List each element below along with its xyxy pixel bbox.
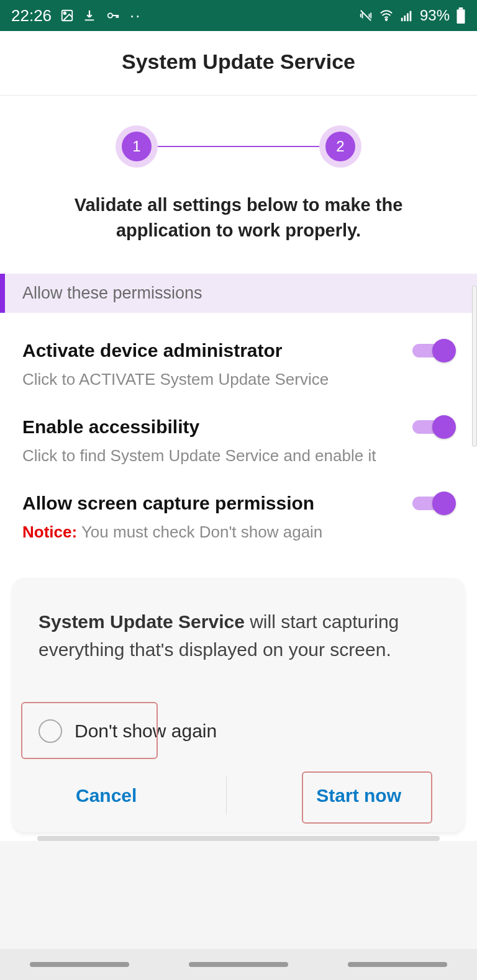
status-bar-left: 22:26 ·· [11, 6, 142, 25]
checkbox-label: Don't show again [75, 721, 217, 742]
perm-subtitle: Click to find System Update Service and … [22, 446, 455, 465]
svg-point-1 [64, 12, 66, 15]
svg-rect-7 [407, 13, 409, 21]
section-header-permissions: Allow these permissions [0, 274, 477, 313]
toggle-accessibility[interactable] [412, 416, 455, 438]
permissions-list: Activate device administrator Click to A… [0, 313, 477, 560]
system-nav-bar [0, 949, 477, 980]
checkbox-circle[interactable] [39, 719, 62, 743]
nav-home[interactable] [189, 962, 288, 967]
dialog-actions: Cancel Start now [39, 780, 438, 817]
more-icon: ·· [130, 6, 141, 25]
toggle-device-admin[interactable] [412, 340, 455, 361]
step-1: 1 [116, 125, 158, 168]
svg-point-3 [108, 13, 112, 17]
svg-rect-2 [85, 19, 94, 20]
perm-title: Allow screen capture permission [22, 493, 314, 514]
perm-title: Enable accessibility [22, 416, 199, 438]
battery-icon [456, 7, 466, 24]
svg-point-4 [386, 19, 388, 20]
cancel-button[interactable]: Cancel [63, 780, 149, 811]
dont-show-again-row[interactable]: Don't show again [39, 719, 438, 743]
wifi-icon [379, 9, 394, 22]
action-divider [226, 776, 227, 815]
dialog-text: System Update Service will start capturi… [39, 608, 438, 663]
notice-text: You must check Don't show again [77, 523, 322, 541]
screen-capture-dialog: System Update Service will start capturi… [12, 578, 465, 832]
svg-rect-10 [457, 9, 465, 24]
perm-title: Activate device administrator [22, 340, 283, 361]
page-subtitle: Validate all settings below to make the … [0, 192, 477, 274]
title-bar: System Update Service [0, 31, 477, 96]
stepper: 1 2 [0, 96, 477, 192]
step-2-number: 2 [325, 132, 355, 161]
svg-rect-8 [410, 11, 412, 21]
page-body: System Update Service 1 2 Validate all s… [0, 31, 477, 841]
vpn-key-icon [105, 9, 121, 22]
perm-device-admin[interactable]: Activate device administrator Click to A… [0, 319, 477, 395]
image-icon [60, 9, 74, 22]
status-bar: 22:26 ·· 93% [0, 0, 477, 31]
svg-rect-6 [404, 16, 406, 21]
toggle-screen-capture[interactable] [412, 493, 455, 514]
svg-rect-9 [459, 7, 463, 9]
step-connector [158, 146, 319, 147]
step-2: 2 [319, 125, 361, 168]
download-icon [83, 9, 96, 22]
page-title: System Update Service [0, 50, 477, 74]
step-1-number: 1 [122, 132, 152, 161]
perm-subtitle: Click to ACTIVATE System Update Service [22, 370, 455, 389]
svg-rect-5 [401, 18, 403, 21]
dialog-shadow [37, 836, 440, 841]
dialog-app-name: System Update Service [39, 611, 245, 632]
status-bar-right: 93% [359, 7, 466, 24]
perm-screen-capture[interactable]: Allow screen capture permission Notice: … [0, 472, 477, 548]
perm-subtitle: Notice: You must check Don't show again [22, 523, 455, 542]
vibrate-mute-icon [359, 9, 373, 22]
signal-icon [400, 9, 414, 22]
battery-percent: 93% [420, 7, 450, 24]
nav-recents[interactable] [30, 962, 129, 967]
start-now-button[interactable]: Start now [304, 780, 414, 811]
perm-accessibility[interactable]: Enable accessibility Click to find Syste… [0, 395, 477, 472]
status-time: 22:26 [11, 6, 52, 25]
nav-back[interactable] [348, 962, 447, 967]
notice-label: Notice: [22, 523, 77, 541]
